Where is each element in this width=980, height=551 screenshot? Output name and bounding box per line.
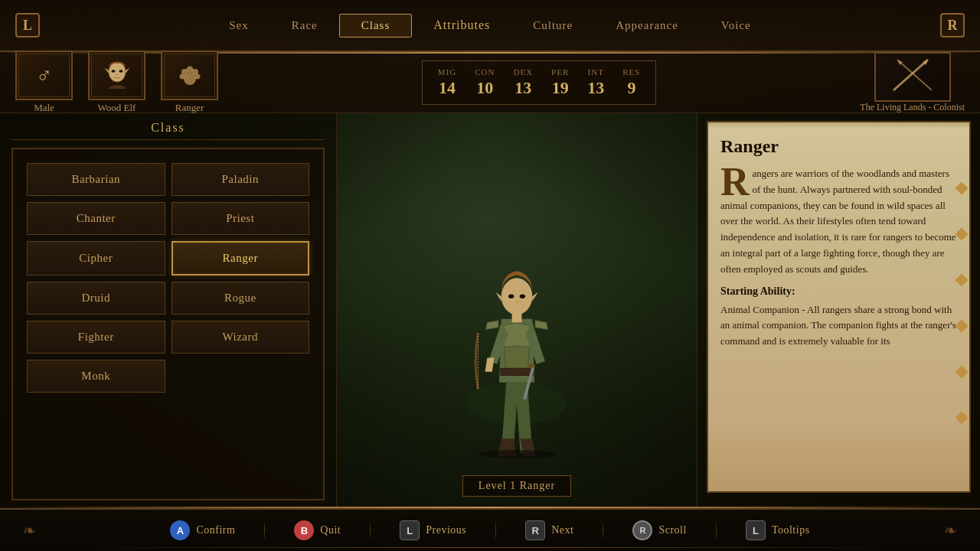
nav-tabs: Sex Race Class Attributes Culture Appear…: [40, 14, 940, 37]
svg-rect-17: [528, 364, 534, 368]
class-list-box: Barbarian Paladin Chanter Priest Cipher …: [11, 148, 325, 500]
class-btn-wizard[interactable]: Wizard: [172, 321, 310, 354]
dex-label: DEX: [513, 67, 533, 77]
tooltips-badge: L: [746, 520, 766, 540]
character-figure: [440, 192, 593, 460]
int-label: INT: [588, 67, 604, 77]
confirm-badge: A: [170, 520, 190, 540]
desc-panel: Ranger Rangers are warriors of the woodl…: [697, 113, 980, 508]
tab-attributes[interactable]: Attributes: [412, 14, 511, 37]
top-nav: L Sex Race Class Attributes Culture Appe…: [0, 0, 980, 52]
svg-point-20: [508, 295, 514, 299]
svg-point-6: [192, 69, 198, 75]
svg-point-19: [501, 278, 533, 315]
ranger-icon: [173, 59, 207, 93]
per-label: PER: [551, 67, 569, 77]
class-btn-rogue[interactable]: Rogue: [172, 282, 310, 315]
character-silhouette: [417, 181, 616, 471]
center-preview: Level 1 Ranger: [337, 113, 697, 508]
attr-res: RES 9: [622, 67, 640, 98]
right-edge-btn[interactable]: R: [940, 13, 965, 37]
race-portrait-group: Wood Elf: [88, 51, 145, 114]
bottom-bar: ❧ A Confirm B Quit L Previous R Next R S…: [0, 508, 980, 551]
ability-title: Starting Ability:: [720, 285, 957, 298]
svg-line-9: [893, 60, 928, 90]
culture-icon: [886, 56, 939, 98]
svg-point-0: [109, 62, 126, 82]
svg-point-4: [181, 69, 188, 75]
tab-class[interactable]: Class: [339, 14, 413, 37]
svg-point-7: [179, 73, 185, 79]
class-btn-priest[interactable]: Priest: [172, 202, 310, 235]
next-button[interactable]: R Next: [519, 517, 580, 543]
svg-point-1: [111, 70, 115, 73]
tooltips-button[interactable]: L Tooltips: [740, 517, 816, 543]
tab-voice[interactable]: Voice: [700, 15, 773, 37]
tab-race[interactable]: Race: [270, 15, 339, 37]
attr-con: CON 10: [475, 67, 495, 98]
dex-value: 13: [514, 78, 531, 98]
attributes-panel: MIG 14 CON 10 DEX 13 PER 19 INT 13: [234, 60, 844, 105]
int-value: 13: [587, 78, 604, 98]
tab-sex[interactable]: Sex: [207, 15, 270, 37]
class-btn-chanter[interactable]: Chanter: [27, 202, 165, 235]
left-edge-btn[interactable]: L: [15, 13, 40, 37]
scroll-deco-2: [956, 228, 969, 241]
con-label: CON: [475, 67, 495, 77]
tab-appearance[interactable]: Appearance: [594, 15, 700, 37]
confirm-label: Confirm: [196, 524, 235, 536]
class-btn-paladin[interactable]: Paladin: [172, 163, 310, 196]
sex-label: Male: [34, 102, 54, 114]
bottom-deco-right: ❧: [944, 521, 957, 540]
class-portrait-group: Ranger: [161, 51, 218, 114]
scroll-label: Scroll: [658, 524, 686, 536]
per-value: 19: [552, 78, 569, 98]
bottom-deco-left: ❧: [23, 521, 36, 540]
culture-portrait-group: The Living Lands - Colonist: [860, 52, 965, 113]
class-btn-monk[interactable]: Monk: [27, 360, 165, 393]
quit-label: Quit: [320, 524, 341, 536]
attr-int: INT 13: [587, 67, 604, 98]
tab-culture[interactable]: Culture: [511, 15, 594, 37]
quit-badge: B: [294, 520, 314, 540]
scroll-deco-1: [956, 182, 969, 195]
scroll-deco-5: [956, 366, 969, 379]
class-btn-ranger[interactable]: Ranger: [172, 241, 310, 276]
quit-button[interactable]: B Quit: [288, 517, 347, 543]
desc-title: Ranger: [720, 136, 957, 157]
scroll-button[interactable]: R Scroll: [626, 517, 692, 543]
mig-label: MIG: [438, 67, 456, 77]
previous-button[interactable]: L Previous: [394, 517, 472, 543]
class-portrait: [161, 51, 218, 100]
class-panel: Class Barbarian Paladin Chanter Priest C…: [0, 113, 337, 508]
class-label: Ranger: [175, 102, 204, 114]
svg-line-10: [897, 60, 932, 90]
divider-5: [716, 520, 717, 541]
class-btn-druid[interactable]: Druid: [27, 282, 165, 315]
sex-portrait-group: ♂ Male: [15, 51, 73, 114]
attrs-box: MIG 14 CON 10 DEX 13 PER 19 INT 13: [422, 60, 657, 105]
prev-badge: L: [400, 520, 420, 540]
class-btn-fighter[interactable]: Fighter: [27, 321, 165, 354]
attr-mig: MIG 14: [438, 67, 456, 98]
level-badge: Level 1 Ranger: [462, 475, 571, 497]
svg-point-3: [184, 73, 196, 85]
race-portrait: [88, 51, 145, 100]
divider-2: [370, 520, 371, 541]
next-label: Next: [551, 524, 573, 536]
char-info-bar: ♂ Male: [0, 52, 980, 113]
svg-point-22: [478, 450, 555, 458]
panel-title: Class: [11, 121, 325, 140]
scroll-deco-3: [956, 274, 969, 287]
class-btn-cipher[interactable]: Cipher: [27, 241, 165, 276]
ability-text: Animal Companion - All rangers share a s…: [720, 302, 957, 350]
divider-3: [495, 520, 496, 541]
tooltips-label: Tooltips: [772, 524, 810, 536]
divider-1: [264, 520, 265, 541]
class-grid: Barbarian Paladin Chanter Priest Cipher …: [21, 157, 315, 399]
race-label: Wood Elf: [98, 102, 136, 114]
class-btn-barbarian[interactable]: Barbarian: [27, 163, 165, 196]
svg-rect-14: [501, 368, 533, 375]
drop-cap: R: [720, 166, 750, 198]
confirm-button[interactable]: A Confirm: [164, 517, 241, 543]
